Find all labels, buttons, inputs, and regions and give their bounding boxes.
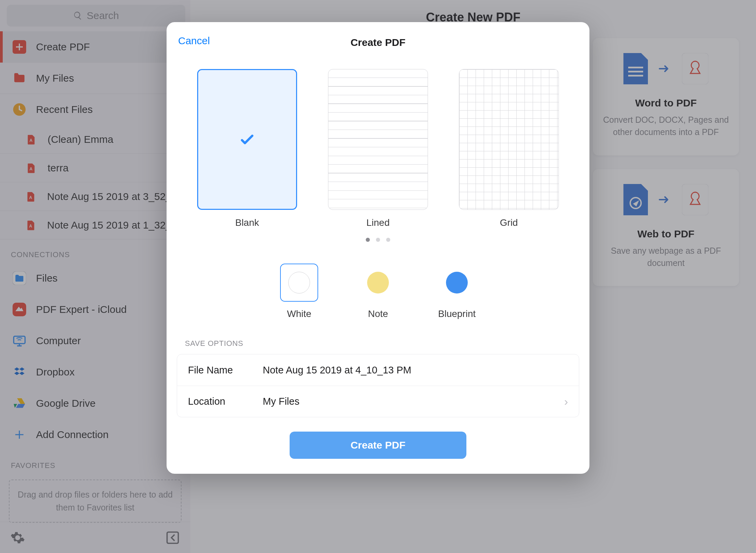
page-dot[interactable] bbox=[366, 238, 370, 242]
check-icon bbox=[238, 131, 256, 148]
create-pdf-modal: Cancel Create PDF Blank Lined Grid bbox=[167, 22, 589, 474]
color-blueprint[interactable]: Blueprint bbox=[438, 264, 476, 319]
template-grid[interactable]: Grid bbox=[459, 69, 559, 228]
color-white[interactable]: White bbox=[280, 264, 318, 319]
template-lined[interactable]: Lined bbox=[328, 69, 428, 228]
color-swatch-frame bbox=[359, 264, 397, 302]
template-label: Lined bbox=[366, 217, 390, 228]
save-options-header: SAVE OPTIONS bbox=[167, 319, 589, 354]
save-options: File Name Note Aug 15 2019 at 4_10_13 PM… bbox=[177, 354, 579, 417]
page-dot[interactable] bbox=[386, 238, 390, 242]
template-label: Blank bbox=[235, 217, 259, 228]
template-picker: Blank Lined Grid bbox=[167, 53, 589, 228]
modal-header: Cancel Create PDF bbox=[167, 32, 589, 53]
app-root: Search Create PDF My Files Recent Files bbox=[0, 0, 756, 553]
color-label: Blueprint bbox=[438, 308, 476, 319]
location-value: My Files bbox=[263, 396, 564, 407]
color-picker: White Note Blueprint bbox=[167, 264, 589, 319]
location-label: Location bbox=[188, 396, 263, 407]
template-thumb-grid bbox=[459, 69, 559, 210]
template-label: Grid bbox=[500, 217, 518, 228]
page-dot[interactable] bbox=[376, 238, 380, 242]
file-name-row[interactable]: File Name Note Aug 15 2019 at 4_10_13 PM bbox=[177, 354, 579, 386]
chevron-right-icon: › bbox=[564, 395, 568, 408]
color-label: Note bbox=[368, 308, 388, 319]
file-name-label: File Name bbox=[188, 365, 263, 376]
modal-title: Create PDF bbox=[350, 37, 406, 48]
file-name-value: Note Aug 15 2019 at 4_10_13 PM bbox=[263, 365, 568, 376]
color-swatch bbox=[367, 272, 389, 294]
color-swatch-frame bbox=[438, 264, 476, 302]
location-row[interactable]: Location My Files › bbox=[177, 386, 579, 417]
page-indicator bbox=[167, 238, 589, 242]
template-blank[interactable]: Blank bbox=[197, 69, 297, 228]
template-thumb-lined bbox=[328, 69, 428, 210]
modal-overlay: Cancel Create PDF Blank Lined Grid bbox=[0, 0, 756, 553]
color-label: White bbox=[287, 308, 311, 319]
color-swatch bbox=[446, 272, 468, 294]
create-pdf-button[interactable]: Create PDF bbox=[290, 432, 466, 459]
color-swatch-frame bbox=[280, 264, 318, 302]
cancel-button[interactable]: Cancel bbox=[178, 35, 210, 47]
template-thumb-blank bbox=[197, 69, 297, 210]
color-note[interactable]: Note bbox=[359, 264, 397, 319]
color-swatch bbox=[288, 272, 310, 294]
